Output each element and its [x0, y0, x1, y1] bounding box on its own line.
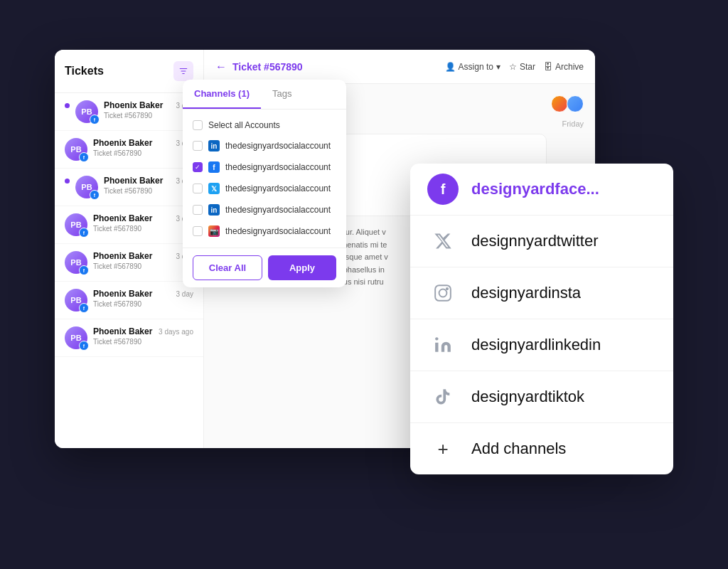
ticket-time: 3 day [176, 290, 193, 298]
apply-button[interactable]: Apply [268, 255, 336, 280]
social-name-facebook: designyardface... [471, 180, 599, 198]
star-icon: ☆ [509, 62, 517, 72]
ticket-id: Ticket #567890 [93, 338, 193, 346]
assign-button[interactable]: 👤 Assign to ▾ [445, 62, 500, 72]
tab-channels[interactable]: Channels (1) [183, 80, 261, 109]
platform-badge: f [79, 341, 89, 351]
twitter-large-icon [427, 225, 459, 257]
filter-option-4[interactable]: 📷 thedesignyardsocialaccount [183, 220, 346, 242]
ticket-name: Phoenix Baker [93, 251, 152, 261]
top-bar-actions: 👤 Assign to ▾ ☆ Star 🗄 Archive [445, 62, 584, 72]
ticket-meta: Phoenix Baker 3 day [104, 100, 193, 110]
ticket-id: Ticket #567890 [93, 300, 193, 308]
ticket-item[interactable]: PBf Phoenix Baker 3 day Ticket #567890 [55, 169, 203, 206]
social-name-tiktok: designyardtiktok [471, 388, 584, 406]
tiktok-large-icon [427, 381, 459, 413]
option-checkbox-1[interactable] [193, 162, 203, 172]
select-all-checkbox[interactable] [193, 120, 203, 130]
filter-option-1[interactable]: f thedesignyardsocialaccount [183, 156, 346, 178]
ticket-time: 3 days ago [159, 328, 193, 336]
avatar: PBf [65, 289, 87, 312]
filter-body: Select all Accounts in thedesignyardsoci… [183, 110, 346, 248]
option-checkbox-0[interactable] [193, 141, 203, 151]
ticket-name: Phoenix Baker [93, 289, 152, 299]
ticket-item[interactable]: PBf Phoenix Baker 3 day Ticket #567890 [55, 93, 203, 131]
social-name-linkedin: designyardlinkedin [471, 336, 601, 354]
ticket-heading: Ticket #567890 [232, 61, 303, 73]
filter-icon [178, 66, 188, 76]
filter-option-2[interactable]: 𝕏 thedesignyardsocialaccount [183, 178, 346, 199]
twitter-icon: 𝕏 [208, 183, 220, 194]
sidebar-header: Tickets [55, 50, 203, 93]
social-item-facebook[interactable]: f designyardface... [410, 164, 673, 216]
filter-option-3[interactable]: in thedesignyardsocialaccount [183, 199, 346, 220]
tab-tags[interactable]: Tags [261, 80, 303, 109]
filter-tabs: Channels (1) Tags [183, 80, 346, 110]
platform-badge: f [79, 303, 89, 313]
avatar: PBf [65, 326, 87, 349]
back-arrow-icon[interactable]: ← [215, 60, 227, 73]
ticket-name: Phoenix Baker [93, 138, 152, 148]
avatar: PBf [75, 176, 98, 198]
social-panel: f designyardface... designnyardtwitter d… [410, 164, 673, 474]
option-checkbox-2[interactable] [193, 184, 203, 193]
ticket-name: Phoenix Baker [93, 326, 152, 336]
instagram-large-icon [427, 277, 459, 309]
svg-rect-1 [181, 70, 186, 71]
add-channels-item[interactable]: + Add channels [410, 423, 673, 474]
instagram-icon: 📷 [208, 225, 220, 237]
ticket-meta: Phoenix Baker 3 day [93, 251, 193, 261]
ticket-item[interactable]: PBf Phoenix Baker 3 day Ticket #567890 [55, 131, 203, 169]
ticket-id: Ticket #567890 [93, 149, 193, 157]
avatar: PBf [65, 251, 87, 274]
archive-icon: 🗄 [544, 62, 552, 72]
option-checkbox-4[interactable] [193, 226, 203, 236]
ticket-list: PBf Phoenix Baker 3 day Ticket #567890 P… [55, 93, 203, 448]
ticket-info: Phoenix Baker 3 day Ticket #567890 [93, 289, 193, 308]
clear-all-button[interactable]: Clear All [193, 255, 262, 280]
archive-button[interactable]: 🗄 Archive [544, 62, 584, 72]
ticket-id: Ticket #567890 [104, 187, 193, 195]
social-item-linkedin[interactable]: designyardlinkedin [410, 319, 673, 371]
platform-badge: f [79, 228, 89, 238]
person-icon: 👤 [445, 62, 456, 72]
mini-avatar [567, 95, 584, 112]
star-button[interactable]: ☆ Star [509, 62, 535, 72]
svg-point-6 [435, 337, 438, 340]
ticket-item[interactable]: PBf Phoenix Baker 3 days ago Ticket #567… [55, 319, 203, 357]
avatar: PBf [65, 213, 87, 236]
platform-badge: f [79, 265, 89, 275]
ticket-id: Ticket #567890 [93, 262, 193, 270]
ticket-meta: Phoenix Baker 3 day [93, 213, 193, 223]
add-channels-label: Add channels [471, 440, 566, 458]
ticket-id: Ticket #567890 [104, 112, 193, 119]
avatar: PBf [75, 100, 98, 123]
top-bar: ← Ticket #567890 👤 Assign to ▾ ☆ Star 🗄 … [204, 50, 595, 84]
ticket-name: Phoenix Baker [93, 213, 152, 223]
facebook-icon: f [208, 161, 220, 173]
chevron-down-icon: ▾ [496, 62, 500, 72]
ticket-item[interactable]: PBf Phoenix Baker 3 day Ticket #567890 [55, 282, 203, 319]
ticket-meta: Phoenix Baker 3 day [93, 138, 193, 148]
social-item-twitter[interactable]: designnyardtwitter [410, 216, 673, 267]
unread-indicator [65, 103, 70, 108]
ticket-item[interactable]: PBf Phoenix Baker 3 day Ticket #567890 [55, 206, 203, 244]
select-all-label: Select all Accounts [208, 120, 280, 130]
unread-indicator [65, 179, 70, 184]
social-item-tiktok[interactable]: designyardtiktok [410, 371, 673, 423]
channel-name-1: thedesignyardsocialaccount [225, 162, 331, 172]
select-all-option[interactable]: Select all Accounts [183, 115, 346, 135]
social-item-instagram[interactable]: designyardinsta [410, 267, 673, 319]
platform-badge: f [90, 190, 100, 200]
ticket-info: Phoenix Baker 3 day Ticket #567890 [93, 251, 193, 270]
ticket-item[interactable]: PBf Phoenix Baker 3 day Ticket #567890 [55, 244, 203, 282]
channel-name-3: thedesignyardsocialaccount [225, 205, 331, 215]
sidebar: Tickets PBf Phoenix Baker [55, 50, 204, 448]
filter-button[interactable] [173, 61, 193, 81]
filter-option-0[interactable]: in thedesignyardsocialaccount [183, 135, 346, 156]
svg-point-4 [439, 289, 447, 297]
svg-point-5 [446, 288, 448, 289]
mini-avatar [551, 95, 568, 112]
option-checkbox-3[interactable] [193, 205, 203, 215]
platform-badge: f [79, 152, 89, 162]
